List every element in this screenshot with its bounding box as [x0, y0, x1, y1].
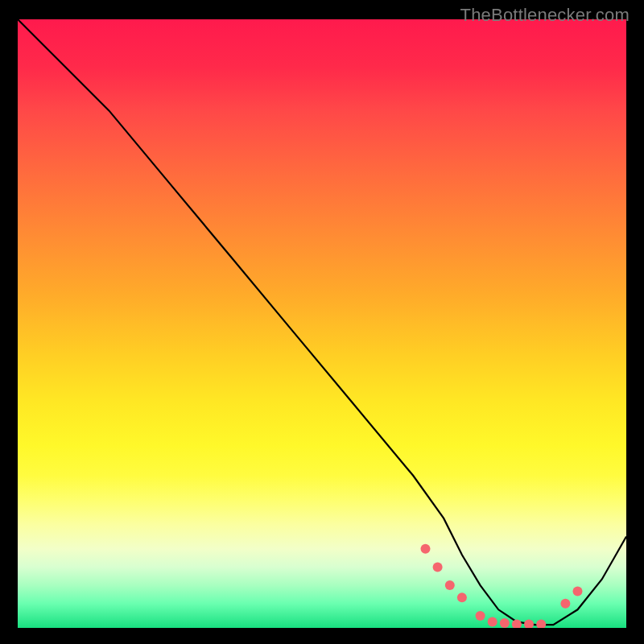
marker-dot: [457, 592, 467, 602]
watermark-text: TheBottlenecker.com: [460, 5, 630, 26]
marker-dot: [524, 620, 534, 629]
marker-dot: [573, 587, 583, 597]
curve-line: [18, 19, 626, 625]
marker-dot: [536, 620, 546, 629]
marker-dot: [560, 599, 570, 609]
marker-group: [421, 544, 583, 628]
marker-dot: [500, 618, 510, 628]
plot-area: [18, 19, 626, 628]
marker-dot: [421, 544, 431, 554]
marker-dot: [445, 580, 455, 590]
marker-dot: [476, 611, 485, 621]
marker-dot: [488, 617, 497, 626]
marker-dot: [512, 620, 522, 629]
chart-svg: [18, 19, 626, 628]
marker-dot: [433, 562, 443, 572]
